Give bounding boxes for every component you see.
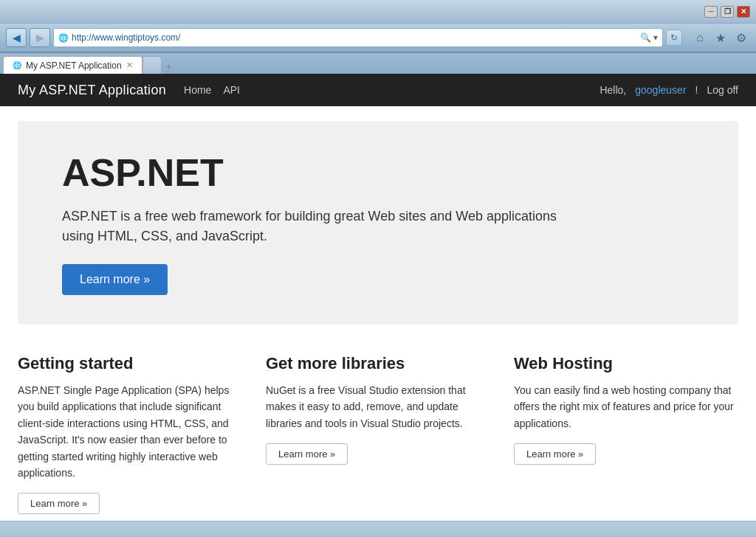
- feature-card-hosting: Web Hosting You can easily find a web ho…: [514, 354, 738, 514]
- app-brand[interactable]: My ASP.NET Application: [18, 83, 166, 98]
- address-search-icon[interactable]: 🔍 ▾: [640, 32, 658, 43]
- feature-card-libraries: Get more libraries NuGet is a free Visua…: [266, 354, 490, 514]
- address-bar[interactable]: 🌐 http://www.wingtiptoys.com/ 🔍 ▾: [53, 28, 663, 47]
- app-navbar-right: Hello, googleuser! Log off: [599, 84, 738, 96]
- active-tab[interactable]: 🌐 My ASP.NET Application ✕: [3, 56, 142, 74]
- status-bar: [0, 521, 756, 537]
- feature-btn-libraries[interactable]: Learn more »: [266, 443, 348, 465]
- greeting-text: Hello,: [599, 84, 626, 96]
- restore-button[interactable]: ❐: [721, 6, 734, 18]
- hero-description: ASP.NET is a free web framework for buil…: [62, 207, 564, 246]
- address-text: http://www.wingtiptoys.com/: [72, 32, 637, 43]
- tab-favicon: 🌐: [13, 61, 21, 69]
- hero-learn-more-button[interactable]: Learn more »: [62, 264, 168, 295]
- nav-home-link[interactable]: Home: [184, 84, 211, 96]
- forward-button[interactable]: ▶: [30, 28, 50, 47]
- feature-title-libraries: Get more libraries: [266, 354, 490, 373]
- app-navbar-left: My ASP.NET Application Home API: [18, 83, 240, 98]
- feature-title-hosting: Web Hosting: [514, 354, 738, 373]
- browser-window: ─ ❐ ✕ ◀ ▶ 🌐 http://www.wingtiptoys.com/ …: [0, 0, 756, 537]
- features-section: Getting started ASP.NET Single Page Appl…: [0, 339, 756, 521]
- tab-close-button[interactable]: ✕: [126, 60, 133, 70]
- blank-tab[interactable]: [142, 56, 162, 74]
- toolbar-icons: ⌂ ★ ⚙: [691, 29, 750, 46]
- nav-api-link[interactable]: API: [223, 84, 240, 96]
- settings-icon[interactable]: ⚙: [732, 29, 750, 46]
- address-icon: 🌐: [58, 33, 69, 43]
- back-button[interactable]: ◀: [6, 28, 27, 47]
- title-bar: ─ ❐ ✕: [0, 0, 756, 24]
- title-bar-controls: ─ ❐ ✕: [704, 6, 750, 18]
- feature-desc-hosting: You can easily find a web hosting compan…: [514, 382, 738, 432]
- greeting-suffix: !: [695, 84, 698, 96]
- feature-desc-libraries: NuGet is a free Visual Studio extension …: [266, 382, 490, 432]
- tab-bar: 🌐 My ASP.NET Application ✕ +: [0, 53, 756, 74]
- refresh-button[interactable]: ↻: [666, 30, 682, 46]
- favorites-icon[interactable]: ★: [712, 29, 729, 46]
- feature-title-getting-started: Getting started: [18, 354, 242, 373]
- feature-btn-hosting[interactable]: Learn more »: [514, 443, 596, 465]
- new-tab-button[interactable]: +: [162, 59, 176, 74]
- close-button[interactable]: ✕: [737, 6, 750, 18]
- app-navbar: My ASP.NET Application Home API Hello, g…: [0, 74, 756, 106]
- content-area: My ASP.NET Application Home API Hello, g…: [0, 74, 756, 521]
- feature-btn-getting-started[interactable]: Learn more »: [18, 493, 100, 514]
- hero-section: ASP.NET ASP.NET is a free web framework …: [18, 121, 738, 325]
- logout-link[interactable]: Log off: [707, 84, 738, 96]
- tab-title: My ASP.NET Application: [26, 60, 122, 71]
- hero-title: ASP.NET: [62, 150, 694, 195]
- nav-bar: ◀ ▶ 🌐 http://www.wingtiptoys.com/ 🔍 ▾ ↻ …: [0, 24, 756, 53]
- feature-desc-getting-started: ASP.NET Single Page Application (SPA) he…: [18, 382, 242, 481]
- feature-card-getting-started: Getting started ASP.NET Single Page Appl…: [18, 354, 242, 514]
- minimize-button[interactable]: ─: [704, 6, 718, 18]
- username-link[interactable]: googleuser: [635, 84, 686, 96]
- app-nav-links: Home API: [184, 84, 240, 96]
- home-icon[interactable]: ⌂: [691, 29, 709, 46]
